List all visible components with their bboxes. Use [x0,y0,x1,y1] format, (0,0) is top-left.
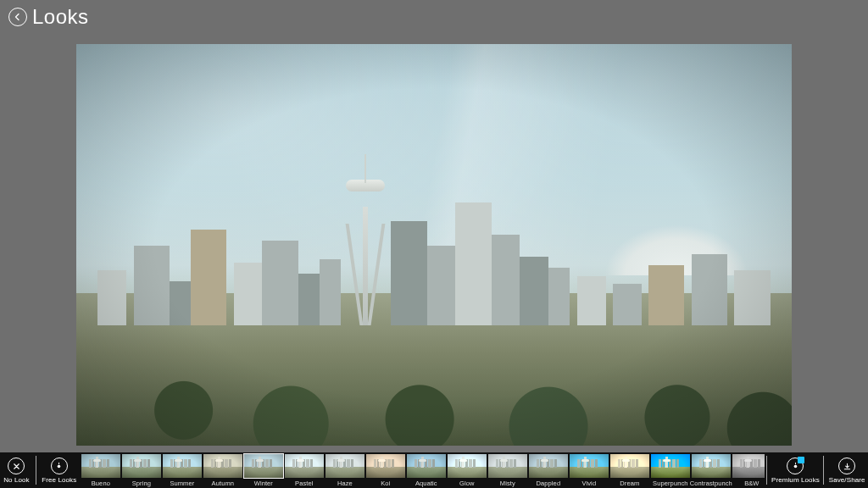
look-thumbnail[interactable]: Vivid [570,454,609,487]
look-thumbnail-image [122,454,161,478]
look-thumbnail-label: B&W [744,480,759,487]
trees-decoration [76,358,792,446]
premium-icon [787,458,804,474]
look-thumbnail[interactable]: Haze [326,454,364,487]
look-thumbnail-label: Bueno [92,480,110,487]
no-look-button[interactable]: No Look [0,452,33,488]
back-button[interactable] [8,8,27,26]
svg-point-0 [58,464,61,468]
look-thumbnail[interactable]: Glow [448,454,487,487]
look-thumbnail-image [610,454,649,478]
look-thumbnail[interactable]: Dream [610,454,649,487]
page-title: Looks [32,5,89,29]
back-arrow-icon [13,12,23,22]
look-thumbnail[interactable]: Pastel [285,454,324,487]
look-thumbnail[interactable]: Superpunch [651,454,690,487]
toolbar-separator [766,456,767,485]
look-thumbnail[interactable]: Aquatic [407,454,446,487]
look-thumbnail-image [326,454,364,478]
look-thumbnail-image [651,454,690,478]
look-thumbnail-label: Misty [500,480,515,487]
look-thumbnail[interactable]: B&W [732,454,765,487]
premium-looks-label: Premium Looks [771,476,820,484]
look-thumbnail-image [732,454,765,478]
look-thumbnail-image [488,454,527,478]
look-thumbnail[interactable]: Bueno [81,454,120,487]
look-thumbnail-label: Summer [170,480,194,487]
look-thumbnail-label: Vivid [582,480,597,487]
skyline-decoration [76,189,792,325]
free-looks-button[interactable]: Free Looks [39,452,80,488]
look-thumbnail-image [448,454,487,478]
toolbar-separator [36,456,36,485]
toolbar-separator [823,456,824,485]
premium-looks-button[interactable]: Premium Looks [769,452,821,488]
look-thumbnail-image [692,454,731,478]
look-thumbnail-image [285,454,324,478]
look-thumbnail-label: Glow [459,480,475,487]
preview-image[interactable] [76,44,792,446]
svg-point-2 [794,464,798,468]
look-thumbnail-label: Dappled [537,480,561,487]
look-thumbnail-label: Dream [620,480,639,487]
look-thumbnail-image [570,454,609,478]
look-thumbnail-label: Haze [337,480,353,487]
save-share-label: Save/Share [829,476,865,484]
look-thumbnail[interactable]: Contrastpunch [692,454,731,487]
stage [0,32,868,452]
looks-toolbar: No Look Free Looks BuenoSpringSummerAutu… [0,452,868,488]
look-thumbnail-image [366,454,405,478]
look-thumbnail[interactable]: Koi [366,454,405,487]
header: Looks [0,0,868,32]
look-thumbnail-label: Superpunch [653,480,687,487]
look-thumbnail[interactable]: Misty [488,454,527,487]
look-thumbnail-label: Spring [132,480,151,487]
look-thumbnail-image [529,454,568,478]
look-thumbnail[interactable]: Autumn [203,454,242,487]
look-thumbnail-label: Pastel [295,480,313,487]
save-icon [838,458,855,474]
close-icon [8,458,25,474]
no-look-label: No Look [3,476,30,484]
look-thumbnail-label: Koi [381,480,390,487]
space-needle-decoration [348,130,382,325]
look-thumbnail-image [244,454,283,478]
look-thumbnail-image [163,454,202,478]
look-thumbnail[interactable]: Spring [122,454,161,487]
look-thumbnail-label: Winter [254,480,273,487]
look-thumbnail-label: Autumn [212,480,234,487]
svg-rect-1 [58,462,59,463]
look-thumbnail-image [81,454,120,478]
look-thumbnail-image [203,454,242,478]
look-thumbnail[interactable]: Dappled [529,454,568,487]
looks-strip[interactable]: BuenoSpringSummerAutumnWinterPastelHazeK… [80,452,765,488]
look-thumbnail-label: Aquatic [415,480,437,487]
free-looks-label: Free Looks [42,476,76,484]
look-thumbnail[interactable]: Summer [163,454,202,487]
paint-icon [51,458,68,474]
look-thumbnail[interactable]: Winter [244,454,283,487]
look-thumbnail-label: Contrastpunch [690,480,732,487]
look-thumbnail-image [407,454,446,478]
svg-rect-3 [795,462,796,463]
save-share-button[interactable]: Save/Share [826,452,868,488]
